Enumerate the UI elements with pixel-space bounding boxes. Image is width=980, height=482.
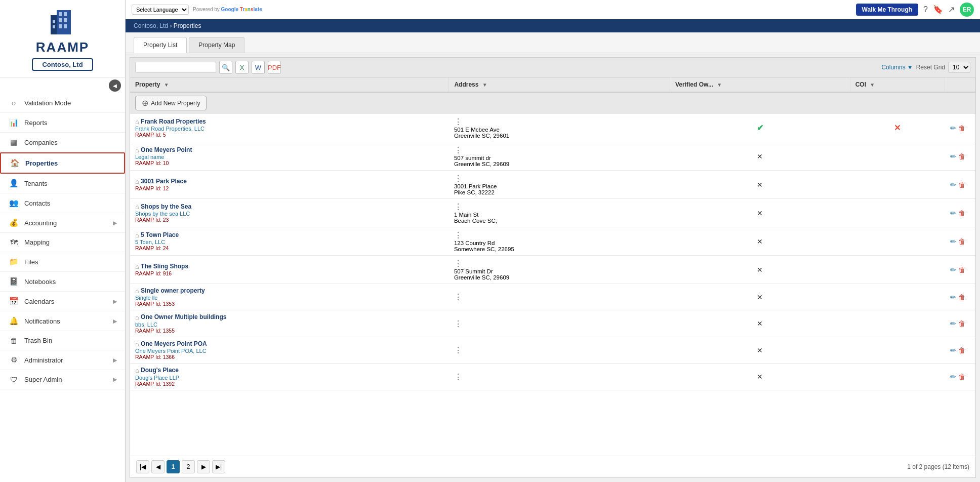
app-logo-icon: [47, 6, 79, 38]
property-raamp-id: RAAMP Id: 1353: [135, 301, 444, 307]
next-page-button[interactable]: ▶: [197, 460, 210, 473]
breadcrumb-parent[interactable]: Contoso, Ltd: [134, 22, 168, 29]
nav-icon-trash-bin: 🗑: [8, 336, 19, 345]
edit-property-button[interactable]: ✏: [950, 209, 956, 217]
sidebar-item-notifications[interactable]: 🔔 Notifications ▶: [0, 311, 125, 331]
edit-property-button[interactable]: ✏: [950, 124, 956, 132]
prev-page-button[interactable]: ◀: [151, 460, 165, 473]
delete-property-button[interactable]: 🗑: [958, 237, 965, 246]
verified-check-icon: ✔: [757, 124, 763, 132]
coi-filter-icon[interactable]: ▼: [870, 82, 875, 88]
verified-owner-filter-icon[interactable]: ▼: [717, 82, 722, 88]
word-export-button[interactable]: W: [252, 61, 265, 74]
edit-property-button[interactable]: ✏: [950, 373, 956, 381]
row-dots-button[interactable]: ⋮: [454, 259, 462, 268]
delete-property-button[interactable]: 🗑: [958, 373, 965, 381]
delete-property-button[interactable]: 🗑: [958, 319, 965, 328]
sidebar-item-contacts[interactable]: 👥 Contacts: [0, 193, 125, 213]
row-dots-button[interactable]: ⋮: [454, 293, 462, 301]
main-content: Select Language Powered by Google Transl…: [126, 0, 980, 482]
edit-property-button[interactable]: ✏: [950, 152, 956, 160]
search-input[interactable]: [135, 62, 216, 73]
nav-label-notifications: Notifications: [24, 317, 60, 325]
nav-label-administrator: Administrator: [24, 356, 63, 364]
tabs-bar: Property ListProperty Map: [126, 32, 980, 53]
address-filter-icon[interactable]: ▼: [482, 82, 487, 88]
user-avatar[interactable]: ER: [960, 3, 974, 17]
property-name: One Owner Multiple buildings: [141, 313, 226, 320]
sidebar-item-notebooks[interactable]: 📓 Notebooks: [0, 272, 125, 292]
edit-property-button[interactable]: ✏: [950, 266, 956, 274]
row-dots-button[interactable]: ⋮: [454, 319, 462, 328]
first-page-button[interactable]: |◀: [136, 460, 149, 473]
actions-cell: ✏ 🗑: [945, 337, 975, 363]
edit-property-button[interactable]: ✏: [950, 237, 956, 246]
add-new-property-button[interactable]: ⊕ Add New Property: [135, 96, 207, 110]
page-size-select[interactable]: 10 25 50: [948, 62, 970, 73]
tab-property-list[interactable]: Property List: [134, 37, 187, 53]
property-cell: ⌂ One Meyers Point Legal name RAAMP Id: …: [130, 142, 449, 171]
delete-property-button[interactable]: 🗑: [958, 209, 965, 217]
sidebar-toggle[interactable]: ◄: [109, 79, 121, 92]
nav-label-mapping: Mapping: [24, 238, 50, 246]
delete-property-button[interactable]: 🗑: [958, 266, 965, 274]
last-page-button[interactable]: ▶|: [212, 460, 225, 473]
nav-label-calendars: Calendars: [24, 298, 54, 305]
sidebar-item-administrator[interactable]: ⚙ Administrator ▶: [0, 350, 125, 370]
property-home-icon: ⌂: [135, 203, 139, 211]
row-dots-button[interactable]: ⋮: [454, 203, 462, 211]
pdf-export-button[interactable]: PDF: [268, 61, 281, 74]
bookmark-icon[interactable]: 🔖: [933, 5, 943, 14]
tab-property-map[interactable]: Property Map: [189, 37, 244, 53]
property-cell: ⌂ 5 Town Place 5 Toen, LLC RAAMP Id: 24: [130, 227, 449, 256]
sidebar-item-companies[interactable]: ▦ Companies: [0, 133, 125, 152]
sidebar-item-trash-bin[interactable]: 🗑 Trash Bin: [0, 331, 125, 350]
reset-grid-button[interactable]: Reset Grid: [916, 64, 945, 71]
sidebar-item-files[interactable]: 📁 Files: [0, 252, 125, 272]
nav-arrow-notifications: ▶: [113, 318, 117, 325]
search-button[interactable]: 🔍: [219, 61, 232, 74]
page-2-button[interactable]: 2: [182, 460, 195, 473]
delete-property-button[interactable]: 🗑: [958, 124, 965, 132]
export-icon[interactable]: ↗: [948, 5, 955, 14]
row-dots-button[interactable]: ⋮: [454, 146, 462, 154]
row-dots-button[interactable]: ⋮: [454, 231, 462, 239]
verified-owner-cell: ✕: [670, 199, 850, 227]
property-cell: ⌂ One Owner Multiple buildings bbs, LLC …: [130, 310, 449, 337]
row-dots-button[interactable]: ⋮: [454, 346, 462, 354]
sidebar-item-tenants[interactable]: 👤 Tenants: [0, 174, 125, 193]
sidebar-item-accounting[interactable]: 💰 Accounting ▶: [0, 213, 125, 233]
edit-property-button[interactable]: ✏: [950, 181, 956, 189]
coi-cell: [850, 364, 945, 390]
row-dots-button[interactable]: ⋮: [454, 373, 462, 381]
language-select[interactable]: Select Language: [132, 5, 189, 15]
row-dots-button[interactable]: ⋮: [454, 174, 462, 183]
edit-property-button[interactable]: ✏: [950, 346, 956, 354]
edit-property-button[interactable]: ✏: [950, 293, 956, 301]
delete-property-button[interactable]: 🗑: [958, 293, 965, 301]
edit-property-button[interactable]: ✏: [950, 319, 956, 328]
delete-property-button[interactable]: 🗑: [958, 346, 965, 354]
table-row: ⌂ The Sling Shops RAAMP Id: 916 ⋮ 507 Su…: [130, 256, 975, 284]
verified-x-icon: ✕: [757, 319, 763, 328]
sidebar-item-mapping[interactable]: 🗺 Mapping: [0, 233, 125, 252]
help-icon[interactable]: ?: [923, 5, 928, 14]
sidebar-item-properties[interactable]: 🏠 Properties: [0, 152, 125, 174]
property-filter-icon[interactable]: ▼: [164, 82, 169, 88]
excel-export-button[interactable]: X: [235, 61, 249, 74]
sidebar-item-super-admin[interactable]: 🛡 Super Admin ▶: [0, 370, 125, 389]
delete-property-button[interactable]: 🗑: [958, 152, 965, 160]
property-cell: ⌂ The Sling Shops RAAMP Id: 916: [130, 256, 449, 284]
property-raamp-id: RAAMP Id: 10: [135, 160, 444, 166]
svg-rect-7: [64, 24, 67, 28]
sidebar-item-reports[interactable]: 📊 Reports: [0, 113, 125, 133]
table-row: ⌂ 3001 Park Place RAAMP Id: 12 ⋮ 3001 Pa…: [130, 171, 975, 199]
sidebar-item-validation-mode[interactable]: ○ Validation Mode: [0, 94, 125, 113]
page-1-button[interactable]: 1: [167, 460, 180, 473]
delete-property-button[interactable]: 🗑: [958, 181, 965, 189]
columns-button[interactable]: Columns ▼: [881, 64, 913, 71]
row-dots-button[interactable]: ⋮: [454, 117, 462, 126]
sidebar-item-calendars[interactable]: 📅 Calendars ▶: [0, 292, 125, 311]
walk-me-through-button[interactable]: Walk Me Through: [856, 4, 919, 16]
address-cell: ⋮: [449, 337, 670, 363]
